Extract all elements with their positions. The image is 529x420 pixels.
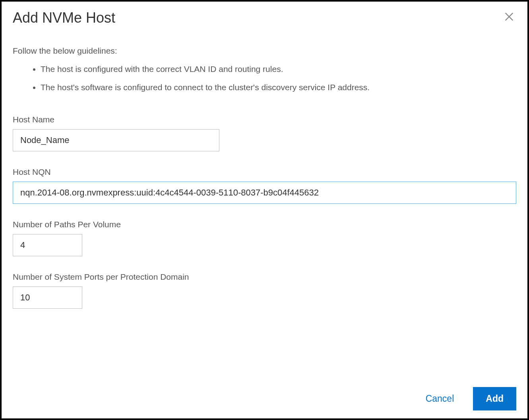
host-nqn-input[interactable] xyxy=(13,182,516,204)
add-button[interactable]: Add xyxy=(473,387,516,410)
close-icon[interactable] xyxy=(502,10,516,25)
system-ports-input[interactable] xyxy=(13,286,82,309)
host-name-group: Host Name xyxy=(13,115,516,151)
host-nqn-group: Host NQN xyxy=(13,167,516,204)
paths-per-volume-label: Number of Paths Per Volume xyxy=(13,220,516,229)
add-nvme-host-dialog: Add NVMe Host Follow the below guideline… xyxy=(0,0,529,420)
system-ports-group: Number of System Ports per Protection Do… xyxy=(13,272,516,309)
dialog-header: Add NVMe Host xyxy=(13,10,516,26)
guidelines-intro: Follow the below guidelines: xyxy=(13,46,516,56)
guidelines-list: The host is configured with the correct … xyxy=(13,63,516,99)
host-name-input[interactable] xyxy=(13,129,219,151)
guideline-item: The host's software is configured to con… xyxy=(41,81,516,94)
paths-per-volume-group: Number of Paths Per Volume xyxy=(13,220,516,256)
host-nqn-label: Host NQN xyxy=(13,167,516,177)
dialog-title: Add NVMe Host xyxy=(13,10,115,26)
guideline-item: The host is configured with the correct … xyxy=(41,63,516,75)
cancel-button[interactable]: Cancel xyxy=(419,388,461,410)
host-name-label: Host Name xyxy=(13,115,516,124)
paths-per-volume-input[interactable] xyxy=(13,234,82,256)
dialog-footer: Cancel Add xyxy=(13,379,516,410)
system-ports-label: Number of System Ports per Protection Do… xyxy=(13,272,516,282)
